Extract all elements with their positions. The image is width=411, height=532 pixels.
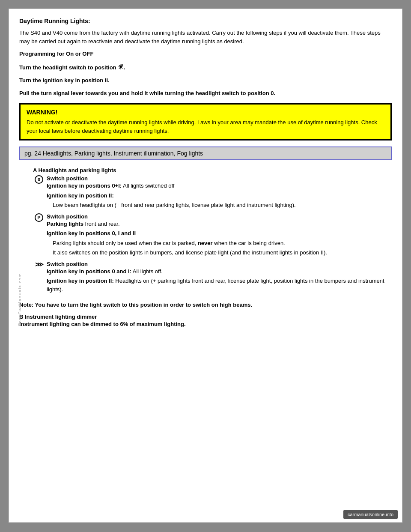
- switch-content-1: Switch position Ignition key in position…: [47, 175, 392, 211]
- ignition-line-1a: Ignition key in positions 0+I: All light…: [47, 182, 392, 190]
- switch-icon-2: P: [33, 213, 45, 222]
- headlight-icon: ☀̈.: [118, 63, 125, 71]
- programming-header: Programming for On or OFF: [19, 50, 392, 58]
- page-reference: pg. 24 Headlights, Parking lights, Instr…: [19, 146, 392, 160]
- parking-note-1: Parking lights should only be used when …: [53, 239, 392, 248]
- switch-position-1: 0 Switch position Ignition key in positi…: [33, 175, 392, 211]
- ignition-0-and-I: Ignition key in positions 0 and I: All l…: [47, 267, 392, 276]
- section-b: B Instrument lighting dimmer Instrument …: [19, 314, 392, 329]
- parking-lights-line: Parking lights front and rear.: [47, 220, 392, 228]
- switch-content-3: Switch position Ignition key in position…: [47, 261, 392, 295]
- switch-label-3: Switch position: [47, 261, 392, 267]
- switch-icon-3: ⋙: [33, 261, 45, 268]
- switch-position-3: ⋙ Switch position Ignition key in positi…: [33, 261, 392, 295]
- ignition-line-1b: Ignition key in position II:: [47, 191, 392, 200]
- parking-note-2: It also switches on the position lights …: [53, 248, 392, 257]
- switch-label-2: Switch position: [47, 213, 392, 220]
- section-b-text: Instrument lighting can be dimmed to 6% …: [19, 320, 392, 329]
- ignition-line-1c: Low beam headlights on (+ front and rear…: [53, 201, 392, 209]
- logo-bar: carmanualsonline.info: [343, 510, 398, 519]
- warning-box: WARNING! Do not activate or deactivate t…: [19, 103, 392, 140]
- ignition-II: Ignition key in position II: Headlights …: [47, 277, 392, 293]
- section-a: A Headlights and parking lights 0 Switch…: [33, 167, 392, 295]
- section-title: Daytime Running Lights:: [19, 18, 392, 24]
- pull-lever-instruction: Pull the turn signal lever towards you a…: [19, 89, 392, 98]
- ignition-positions-line: Ignition key in positions 0, I and II: [47, 229, 392, 238]
- intro-para1: The S40 and V40 come from the factory wi…: [19, 29, 392, 45]
- warning-title: WARNING!: [27, 109, 384, 116]
- section-b-title: B Instrument lighting dimmer: [19, 314, 392, 320]
- turn-headlight-instruction: Turn the headlight switch to position ☀̈…: [19, 63, 392, 72]
- note-text: Note: You have to turn the light switch …: [19, 301, 392, 309]
- switch-label-1: Switch position: [47, 175, 392, 182]
- warning-text: Do not activate or deactivate the daytim…: [27, 118, 384, 135]
- turn-headlight-text: Turn the headlight switch to position: [19, 64, 116, 71]
- page: ProcCarManuals.com Daytime Running Light…: [9, 9, 402, 523]
- switch-content-2: Switch position Parking lights front and…: [47, 213, 392, 258]
- section-a-title: A Headlights and parking lights: [33, 167, 392, 173]
- turn-ignition-instruction: Turn the ignition key in position II.: [19, 76, 392, 85]
- switch-icon-1: 0: [33, 175, 45, 184]
- switch-position-2: P Switch position Parking lights front a…: [33, 213, 392, 258]
